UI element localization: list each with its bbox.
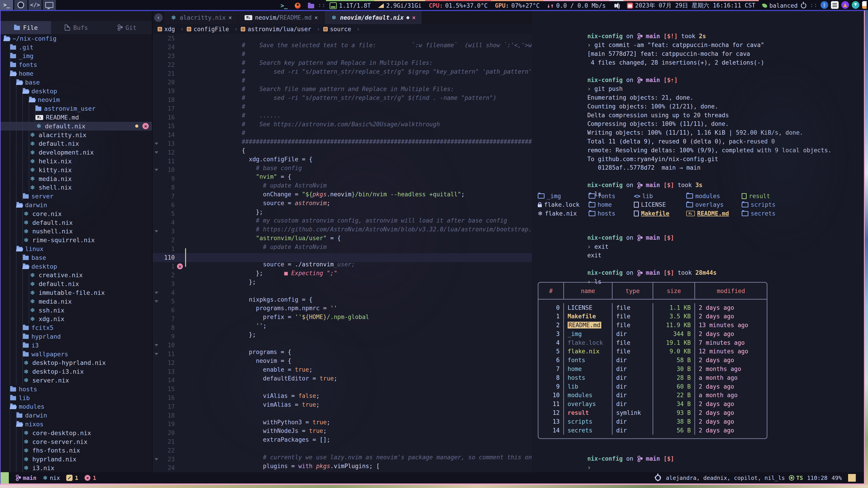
tree-row[interactable]: wallpapers ×: [1, 350, 152, 359]
explorer-tab[interactable]: Bufs: [51, 21, 101, 34]
ls-entry[interactable]: overlays: [686, 201, 742, 208]
ls-entry[interactable]: scripts: [742, 201, 776, 208]
tree-row[interactable]: rime-squirrel.nix ×: [1, 236, 152, 245]
tree-row[interactable]: hosts ×: [1, 385, 152, 394]
error-count[interactable]: 1: [93, 475, 96, 481]
volume-control[interactable]: [610, 0, 623, 10]
tree-row[interactable]: hyprland ×: [1, 332, 152, 341]
power-profile[interactable]: balanced: [759, 0, 810, 10]
ls-entry[interactable]: Makefile: [634, 210, 686, 217]
close-icon[interactable]: ×: [412, 14, 416, 21]
tree-row[interactable]: hyprland.nix ×: [1, 455, 152, 464]
tree-row[interactable]: default.nix ×: [1, 218, 152, 227]
breadcrumb-item[interactable]: xdg ›: [158, 26, 187, 33]
ls-entry[interactable]: secrets: [742, 210, 776, 217]
buffer-tab[interactable]: neovim/default.nix ×: [324, 11, 421, 24]
bufferline-scroll-left[interactable]: ‹: [153, 11, 164, 24]
tree-row[interactable]: creative.nix ×: [1, 271, 152, 280]
tree-row[interactable]: core-desktop.nix ×: [1, 429, 152, 437]
tree-row[interactable]: desktop-i3.nix ×: [1, 367, 152, 376]
input-method-icon[interactable]: [831, 1, 839, 9]
modified-count[interactable]: 1: [75, 475, 78, 481]
tree-row[interactable]: astronvim_user ×: [1, 104, 152, 113]
tree-row[interactable]: alacritty.nix ×: [1, 131, 152, 139]
ls-entry[interactable]: modules: [686, 193, 742, 199]
tree-row[interactable]: media.nix ×: [1, 174, 152, 183]
terminal-pane[interactable]: nix-config on main [$!] took 2s › git co…: [532, 11, 864, 472]
tree-row[interactable]: desktop ×: [1, 262, 152, 271]
workspace-1-terminal[interactable]: >_: [0, 0, 13, 10]
close-icon[interactable]: ×: [314, 14, 318, 21]
code-area[interactable]: 25 # Save the selected text to a file: `…: [153, 34, 532, 472]
tree-row[interactable]: nixos ×: [1, 420, 152, 429]
tree-row[interactable]: development.nix ×: [1, 148, 152, 157]
ls-entry[interactable]: result: [742, 193, 770, 199]
tree-row[interactable]: server ×: [1, 192, 152, 201]
tree-row[interactable]: .git ×: [1, 43, 152, 52]
git-branch[interactable]: main: [23, 475, 36, 481]
close-icon[interactable]: ×: [228, 14, 232, 21]
tree-row[interactable]: kitty.nix ×: [1, 166, 152, 174]
buffer-tab[interactable]: neovim/README.md ×: [239, 11, 324, 24]
tree-row[interactable]: desktop ×: [1, 87, 152, 96]
tree-row[interactable]: fhs-fonts.nix ×: [1, 446, 152, 455]
tree-row[interactable]: immutable-file.nix ×: [1, 288, 152, 297]
launcher-terminal[interactable]: >_: [277, 0, 291, 10]
flameshot-icon[interactable]: [841, 1, 849, 9]
tree-row[interactable]: server.nix ×: [1, 376, 152, 385]
bluetooth-icon[interactable]: ᛒ: [820, 1, 828, 9]
editor-pane[interactable]: ‹ alacritty.nix ×: [153, 11, 532, 472]
clipboard-tray-icon[interactable]: [862, 1, 867, 9]
ls-entry[interactable]: README.md: [686, 210, 742, 217]
workspace-2-browser[interactable]: [14, 0, 27, 10]
tree-row[interactable]: default.nix ×: [1, 139, 152, 148]
tree-row[interactable]: xdg.nix ×: [1, 315, 152, 324]
tree-row[interactable]: default.nix ×: [1, 280, 152, 288]
tree-row[interactable]: base ×: [1, 253, 152, 262]
tree-row[interactable]: i3 ×: [1, 341, 152, 350]
tree-row[interactable]: core.nix ×: [1, 209, 152, 218]
launcher-browser[interactable]: [291, 0, 304, 10]
ls-entry[interactable]: hosts: [589, 210, 634, 217]
tree-row[interactable]: linux ×: [1, 245, 152, 253]
explorer-tab[interactable]: File: [1, 21, 51, 34]
tree-row[interactable]: fcitx5 ×: [1, 323, 152, 332]
tree-row[interactable]: ssh.nix ×: [1, 306, 152, 315]
explorer-tab[interactable]: Git: [101, 21, 152, 34]
code-line[interactable]: 24 # search all the plugins using https:…: [153, 464, 532, 472]
tree-row[interactable]: _img ×: [1, 52, 152, 61]
tree-item-label: alacritty.nix: [39, 131, 86, 138]
ls-entry[interactable]: fonts: [589, 193, 634, 199]
indent-guides: [4, 227, 23, 236]
tree-row[interactable]: lib ×: [1, 394, 152, 402]
downloader-tray-icon[interactable]: [852, 1, 860, 9]
ls-entry[interactable]: LICENSE: [634, 201, 686, 208]
tree-row[interactable]: media.nix ×: [1, 297, 152, 306]
tree-row[interactable]: nushell.nix ×: [1, 227, 152, 236]
tree-row[interactable]: shell.nix ×: [1, 183, 152, 192]
tree-row[interactable]: core-server.nix ×: [1, 437, 152, 446]
tree-row[interactable]: README.md ×: [1, 113, 152, 122]
file-explorer-panel[interactable]: File Bufs Git: [1, 11, 153, 472]
tree-row[interactable]: neovim ×: [1, 96, 152, 104]
workspace-4-monitor[interactable]: [43, 0, 56, 10]
ls-entry[interactable]: flake.lock: [538, 201, 589, 208]
tree-row[interactable]: darwin ×: [1, 201, 152, 209]
tree-row[interactable]: fonts ×: [1, 60, 152, 69]
ls-entry[interactable]: lib: [634, 193, 686, 199]
buffer-tab[interactable]: alacritty.nix ×: [164, 11, 238, 24]
ls-entry[interactable]: _img: [538, 193, 589, 199]
tree-row[interactable]: modules ×: [1, 402, 152, 411]
ls-entry[interactable]: home: [589, 201, 634, 208]
tree-row[interactable]: home ×: [1, 69, 152, 78]
tree-row[interactable]: default.nix ×: [1, 122, 152, 131]
tree-row[interactable]: desktop-hyprland.nix ×: [1, 358, 152, 367]
workspace-3-code[interactable]: </>: [29, 0, 41, 10]
launcher-files[interactable]: [304, 0, 318, 10]
tree-row[interactable]: helix.nix ×: [1, 157, 152, 166]
file-type-icon: [634, 202, 639, 207]
tree-row[interactable]: ~/nix-config ×: [1, 34, 152, 43]
tree-row[interactable]: darwin ×: [1, 411, 152, 420]
tree-row[interactable]: i3.nix ×: [1, 464, 152, 472]
tree-row[interactable]: base ×: [1, 78, 152, 87]
